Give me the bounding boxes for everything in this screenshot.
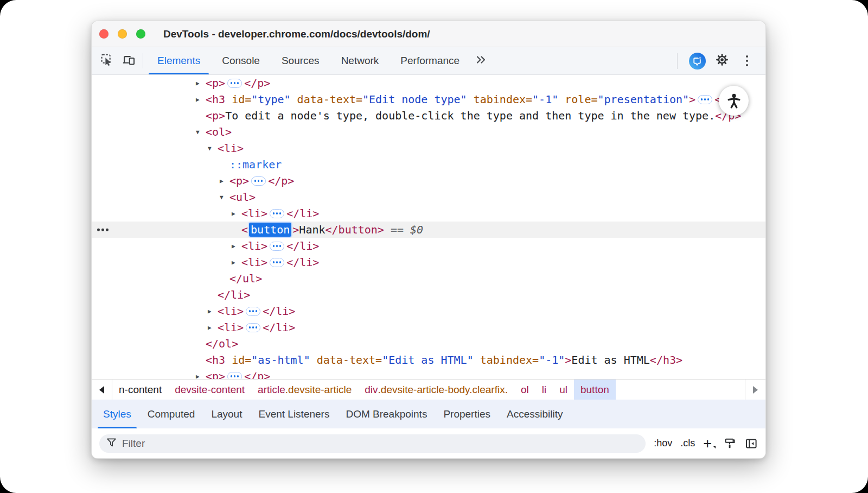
expand-arrow-icon[interactable]: ▼: [196, 129, 206, 136]
ellipsis-expand-button[interactable]: [270, 242, 284, 251]
filter-field[interactable]: [99, 434, 646, 453]
code-token-tag: >: [292, 223, 299, 236]
breadcrumb-item[interactable]: button: [574, 380, 616, 400]
breadcrumb-item[interactable]: article.devsite-article: [251, 380, 358, 400]
element-classes-button[interactable]: .cls: [680, 438, 695, 449]
expand-arrow-icon[interactable]: ▶: [196, 373, 206, 380]
toggle-device-toolbar-button[interactable]: [118, 47, 139, 74]
dom-tree-row[interactable]: ▶<p></p>: [92, 368, 765, 379]
crumb-part-tag: div: [365, 384, 378, 396]
code-token-val: "presentation": [598, 93, 690, 106]
code-token-tag: <h3: [206, 353, 225, 366]
funnel-filter-icon: [106, 437, 117, 450]
dom-tree-row[interactable]: ▶<p></p>: [92, 173, 765, 189]
breadcrumb-item[interactable]: div.devsite-article-body.clearfix.: [358, 380, 514, 400]
filter-input[interactable]: [122, 438, 639, 450]
expand-arrow-icon[interactable]: ▶: [232, 243, 241, 250]
breadcrumb-scroll-left-button[interactable]: [92, 380, 112, 400]
dom-tree-row[interactable]: </ul>: [92, 270, 765, 287]
ellipsis-expand-button[interactable]: [246, 307, 260, 316]
ellipsis-expand-button[interactable]: [227, 79, 242, 88]
dom-tree-row[interactable]: <h3 id="as-html" data-text="Edit as HTML…: [92, 352, 765, 368]
code-token-tag: </p>: [244, 77, 270, 90]
dom-tree-row[interactable]: ▼<ol>: [92, 124, 765, 140]
dom-tree-row[interactable]: <p>To edit a node's type, double-click t…: [92, 108, 765, 124]
ellipsis-expand-button[interactable]: [270, 209, 284, 218]
ai-assistant-button[interactable]: [686, 53, 708, 69]
crumb-part-tag: devsite-content: [175, 384, 245, 396]
expand-arrow-icon[interactable]: ▼: [208, 145, 218, 152]
dom-tree-row[interactable]: ▶<li></li>: [92, 254, 765, 270]
code-token-attr: id=: [225, 93, 251, 106]
accessibility-cursor-icon: [719, 86, 749, 116]
dom-tree-row[interactable]: ▼<li>: [92, 140, 765, 156]
expand-arrow-icon[interactable]: ▶: [196, 96, 206, 103]
ellipsis-expand-button[interactable]: [246, 323, 260, 332]
code-token-attr: tabindex=: [467, 93, 532, 106]
more-tabs-button[interactable]: [470, 47, 492, 74]
dom-tree-row[interactable]: ::marker: [92, 156, 765, 173]
breadcrumb-scroll-right-button[interactable]: [745, 380, 765, 400]
sidebar-tab-styles[interactable]: Styles: [95, 400, 139, 428]
code-token-tag: <li>: [241, 239, 267, 252]
dom-tree-row[interactable]: </li>: [92, 287, 765, 303]
crumb-part-tag: button: [580, 384, 609, 396]
settings-button[interactable]: [711, 53, 733, 69]
expand-arrow-icon[interactable]: ▶: [196, 80, 206, 87]
dom-tree-row[interactable]: </ol>: [92, 336, 765, 352]
close-window-button[interactable]: [99, 29, 108, 39]
sidebar-tab-properties[interactable]: Properties: [435, 400, 499, 428]
breadcrumb-item[interactable]: ol: [514, 380, 535, 400]
dom-tree-row[interactable]: <button>Hank</button> == $0: [92, 222, 765, 238]
screenshot-frame: DevTools - developer.chrome.com/docs/dev…: [0, 0, 868, 493]
dom-tree-row[interactable]: ▶<p></p>: [92, 75, 765, 91]
ellipsis-expand-button[interactable]: [227, 372, 242, 380]
breadcrumb-item[interactable]: ul: [553, 380, 574, 400]
crumb-part-tag: ul: [559, 384, 567, 396]
row-more-actions-icon[interactable]: [97, 229, 108, 231]
toggle-sidebar-button[interactable]: [745, 437, 758, 450]
tab-network[interactable]: Network: [330, 47, 390, 74]
sidebar-tab-dom-breakpoints[interactable]: DOM Breakpoints: [337, 400, 435, 428]
dom-tree-row[interactable]: ▶<h3 id="type" data-text="Edit node type…: [92, 91, 765, 108]
tab-performance[interactable]: Performance: [390, 47, 470, 74]
ellipsis-expand-button[interactable]: [270, 258, 284, 267]
ellipsis-expand-button[interactable]: [698, 95, 712, 104]
tab-elements[interactable]: Elements: [146, 47, 211, 74]
ellipsis-expand-button[interactable]: [251, 176, 266, 186]
expand-arrow-icon[interactable]: ▶: [208, 324, 218, 331]
breadcrumb-item[interactable]: n-content: [112, 380, 168, 400]
zoom-window-button[interactable]: [136, 29, 145, 39]
toggle-element-state-button[interactable]: :hov: [654, 438, 672, 449]
sidebar-tab-computed[interactable]: Computed: [139, 400, 203, 428]
traffic-lights: [99, 29, 145, 39]
expand-arrow-icon[interactable]: ▶: [232, 259, 241, 266]
tab-sources[interactable]: Sources: [271, 47, 330, 74]
code-token-tag: <li>: [241, 207, 267, 220]
new-style-rule-button[interactable]: +: [703, 438, 716, 449]
expand-arrow-icon[interactable]: ▶: [208, 308, 218, 315]
dom-tree-row[interactable]: ▶<li></li>: [92, 238, 765, 254]
code-token-sel[interactable]: button: [249, 223, 291, 237]
dom-tree-row[interactable]: ▶<li></li>: [92, 303, 765, 319]
dom-tree-row[interactable]: ▶<li></li>: [92, 205, 765, 222]
sidebar-tab-accessibility[interactable]: Accessibility: [499, 400, 571, 428]
expand-arrow-icon[interactable]: ▼: [220, 194, 229, 201]
sidebar-tab-event-listeners[interactable]: Event Listeners: [250, 400, 337, 428]
code-token-tag: <li>: [241, 256, 267, 269]
expand-arrow-icon[interactable]: ▶: [220, 178, 229, 185]
tab-console[interactable]: Console: [211, 47, 271, 74]
minimize-window-button[interactable]: [118, 29, 127, 39]
breadcrumb-item[interactable]: li: [535, 380, 553, 400]
rendering-brush-button[interactable]: [724, 437, 737, 450]
expand-arrow-icon[interactable]: ▶: [232, 210, 241, 217]
code-token-tag: <li>: [218, 305, 244, 318]
breadcrumb-item[interactable]: devsite-content: [168, 380, 251, 400]
dom-tree-row[interactable]: ▶<li></li>: [92, 319, 765, 336]
code-token-tag: </h3>: [650, 353, 682, 366]
more-options-button[interactable]: [736, 53, 758, 69]
devtools-window: DevTools - developer.chrome.com/docs/dev…: [91, 21, 766, 459]
inspect-element-button[interactable]: [96, 47, 118, 74]
sidebar-tab-layout[interactable]: Layout: [203, 400, 250, 428]
dom-tree-row[interactable]: ▼<ul>: [92, 189, 765, 205]
